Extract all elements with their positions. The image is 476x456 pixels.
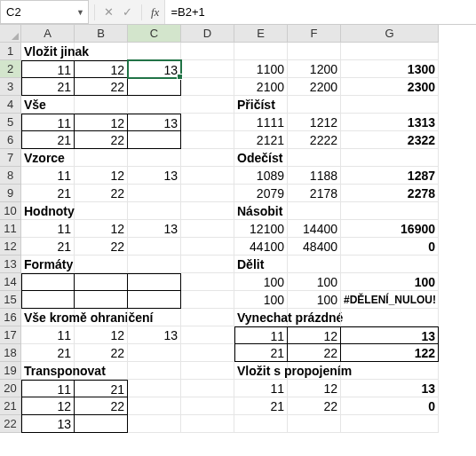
- cell-C8[interactable]: 13: [128, 167, 181, 185]
- cell-A20[interactable]: 11: [21, 380, 75, 397]
- cell-E22[interactable]: [234, 415, 288, 433]
- col-header-D[interactable]: D: [181, 25, 234, 43]
- cell-B18[interactable]: 22: [75, 344, 128, 362]
- cell-F21[interactable]: 22: [288, 397, 341, 415]
- cell-A8[interactable]: 11: [21, 167, 75, 185]
- cell-E2[interactable]: 1100: [234, 60, 288, 78]
- row-header-5[interactable]: 5: [0, 114, 21, 131]
- cell-F9[interactable]: 2178: [288, 185, 341, 202]
- fx-icon[interactable]: fx: [151, 5, 159, 20]
- cancel-icon[interactable]: ✕: [104, 5, 114, 19]
- cell-F11[interactable]: 14400: [288, 220, 341, 238]
- cell-F18[interactable]: 22: [288, 344, 341, 362]
- cell-G15[interactable]: #DĚLENÍ_NULOU!: [341, 291, 439, 309]
- row-header-17[interactable]: 17: [0, 326, 21, 344]
- cell-B6[interactable]: 22: [75, 131, 128, 149]
- cell-G17[interactable]: 13: [341, 326, 439, 344]
- cell-F13[interactable]: [288, 256, 341, 273]
- cell-F3[interactable]: 2200: [288, 78, 341, 96]
- cell-C12[interactable]: [128, 238, 181, 256]
- cell-F4[interactable]: [288, 96, 341, 114]
- cell-E20[interactable]: 11: [234, 380, 288, 397]
- cell-C5[interactable]: 13: [128, 114, 181, 131]
- cell-D18[interactable]: [181, 344, 234, 362]
- cell-A14[interactable]: [21, 273, 75, 291]
- cell-A21[interactable]: 12: [21, 397, 75, 415]
- cell-D2[interactable]: [181, 60, 234, 78]
- cell-B7[interactable]: [75, 149, 128, 167]
- cell-F16[interactable]: [288, 309, 341, 326]
- cell-B1[interactable]: [75, 43, 128, 60]
- cell-B13[interactable]: [75, 256, 128, 273]
- cell-G19[interactable]: [341, 362, 439, 380]
- cell-D20[interactable]: [181, 380, 234, 397]
- cell-F19[interactable]: [288, 362, 341, 380]
- cell-F15[interactable]: 100: [288, 291, 341, 309]
- spreadsheet-grid[interactable]: A B C D E F G 1 Vložit jinak 2 11 12 13 …: [0, 25, 476, 433]
- cell-F12[interactable]: 48400: [288, 238, 341, 256]
- row-header-2[interactable]: 2: [0, 60, 21, 78]
- cell-G9[interactable]: 2278: [341, 185, 439, 202]
- row-header-10[interactable]: 10: [0, 202, 21, 220]
- cell-G7[interactable]: [341, 149, 439, 167]
- cell-F5[interactable]: 1212: [288, 114, 341, 131]
- cell-E4[interactable]: Přičíst: [234, 96, 288, 114]
- row-header-21[interactable]: 21: [0, 397, 21, 415]
- cell-A5[interactable]: 11: [21, 114, 75, 131]
- cell-F10[interactable]: [288, 202, 341, 220]
- cell-G13[interactable]: [341, 256, 439, 273]
- cell-F17[interactable]: 12: [288, 326, 341, 344]
- cell-A7[interactable]: Vzorce: [21, 149, 75, 167]
- cell-A15[interactable]: [21, 291, 75, 309]
- cell-G22[interactable]: [341, 415, 439, 433]
- cell-E13[interactable]: Dělit: [234, 256, 288, 273]
- cell-A12[interactable]: 21: [21, 238, 75, 256]
- cell-D6[interactable]: [181, 131, 234, 149]
- cell-E17[interactable]: 11: [234, 326, 288, 344]
- cell-B8[interactable]: 12: [75, 167, 128, 185]
- cell-D19[interactable]: [181, 362, 234, 380]
- cell-D17[interactable]: [181, 326, 234, 344]
- cell-G21[interactable]: 0: [341, 397, 439, 415]
- cell-G11[interactable]: 16900: [341, 220, 439, 238]
- cell-A10[interactable]: Hodnoty: [21, 202, 75, 220]
- cell-E12[interactable]: 44100: [234, 238, 288, 256]
- row-header-12[interactable]: 12: [0, 238, 21, 256]
- cell-B14[interactable]: [75, 273, 128, 291]
- cell-D21[interactable]: [181, 397, 234, 415]
- cell-D4[interactable]: [181, 96, 234, 114]
- cell-D10[interactable]: [181, 202, 234, 220]
- cell-G2[interactable]: 1300: [341, 60, 439, 78]
- col-header-A[interactable]: A: [21, 25, 75, 43]
- cell-E11[interactable]: 12100: [234, 220, 288, 238]
- cell-A9[interactable]: 21: [21, 185, 75, 202]
- cell-B17[interactable]: 12: [75, 326, 128, 344]
- cell-E15[interactable]: 100: [234, 291, 288, 309]
- cell-E16[interactable]: Vynechat prázdné: [234, 309, 288, 326]
- select-all-corner[interactable]: [0, 25, 21, 43]
- cell-D11[interactable]: [181, 220, 234, 238]
- col-header-G[interactable]: G: [341, 25, 439, 43]
- cell-C15[interactable]: [128, 291, 181, 309]
- cell-C21[interactable]: [128, 397, 181, 415]
- cell-G16[interactable]: [341, 309, 439, 326]
- cell-B12[interactable]: 22: [75, 238, 128, 256]
- cell-F7[interactable]: [288, 149, 341, 167]
- cell-G12[interactable]: 0: [341, 238, 439, 256]
- cell-E21[interactable]: 21: [234, 397, 288, 415]
- row-header-13[interactable]: 13: [0, 256, 21, 273]
- cell-F6[interactable]: 2222: [288, 131, 341, 149]
- cell-D14[interactable]: [181, 273, 234, 291]
- cell-B22[interactable]: [75, 415, 128, 433]
- cell-A6[interactable]: 21: [21, 131, 75, 149]
- cell-A2[interactable]: 11: [21, 60, 75, 78]
- row-header-22[interactable]: 22: [0, 415, 21, 433]
- cell-B5[interactable]: 12: [75, 114, 128, 131]
- row-header-6[interactable]: 6: [0, 131, 21, 149]
- row-header-16[interactable]: 16: [0, 309, 21, 326]
- cell-G20[interactable]: 13: [341, 380, 439, 397]
- cell-B9[interactable]: 22: [75, 185, 128, 202]
- cell-D12[interactable]: [181, 238, 234, 256]
- cell-F8[interactable]: 1188: [288, 167, 341, 185]
- cell-D15[interactable]: [181, 291, 234, 309]
